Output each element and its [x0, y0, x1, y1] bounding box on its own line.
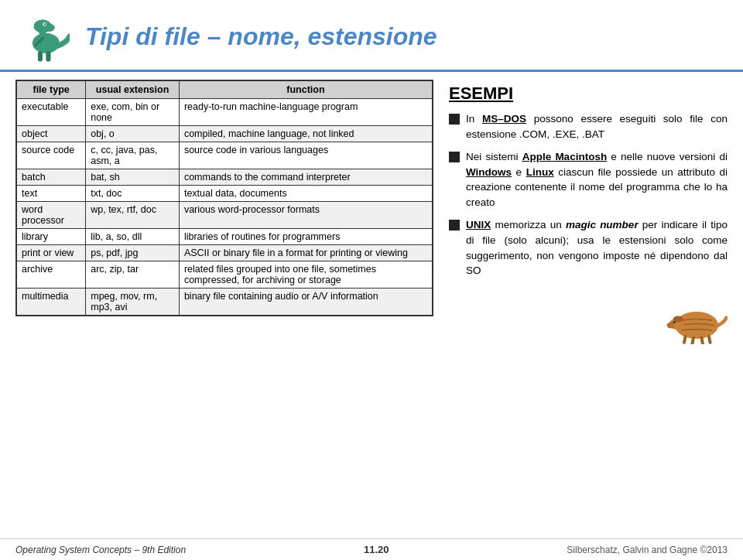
table-row: batchbat, shcommands to the command inte… — [16, 169, 433, 186]
bullet-text-msdos: In MS–DOS possono essere eseguiti solo f… — [466, 111, 728, 142]
svg-line-17 — [709, 336, 710, 343]
esempi-title: ESEMPI — [449, 84, 728, 104]
table-row: objectobj, ocompiled, machine language, … — [16, 126, 433, 142]
term-msdos: MS–DOS — [482, 113, 526, 125]
bullet-text-unix: UNIX memorizza un magic number per indic… — [466, 217, 728, 278]
svg-line-15 — [692, 337, 693, 343]
bullet-icon-3 — [449, 220, 460, 230]
dino-left-icon — [15, 9, 70, 63]
col-header-extension: usual extension — [86, 80, 180, 99]
term-windows: Windows — [466, 166, 512, 178]
dino-right-icon — [666, 294, 728, 344]
svg-rect-7 — [46, 51, 50, 61]
table-row: print or viewps, pdf, jpgASCII or binary… — [16, 245, 433, 261]
footer-left: Operating System Concepts – 9th Edition — [15, 545, 186, 555]
bullet-msdos: In MS–DOS possono essere eseguiti solo f… — [449, 111, 728, 142]
footer-right: Silberschatz, Galvin and Gagne ©2013 — [567, 545, 728, 555]
term-linux: Linux — [526, 166, 554, 178]
table-row: multimediampeg, mov, rm, mp3, avibinary … — [16, 289, 433, 316]
page-title: Tipi di file – nome, estensione — [85, 22, 728, 51]
main-content: file type usual extension function execu… — [0, 72, 743, 543]
table-row: word processorwp, tex, rtf, docvarious w… — [16, 202, 433, 229]
svg-point-11 — [667, 322, 675, 328]
footer-center: 11.20 — [364, 544, 389, 555]
table-row: archivearc, zip, tarrelated files groupe… — [16, 261, 433, 289]
footer: Operating System Concepts – 9th Edition … — [0, 538, 743, 560]
svg-point-5 — [44, 23, 46, 25]
file-types-table: file type usual extension function execu… — [15, 80, 433, 316]
bullet-icon-2 — [449, 152, 460, 162]
bullet-text-apple: Nei sistemi Apple Macintosh e nelle nuov… — [466, 149, 728, 210]
bullet-apple: Nei sistemi Apple Macintosh e nelle nuov… — [449, 149, 728, 210]
term-apple: Apple Macintosh — [522, 151, 607, 162]
svg-point-13 — [673, 316, 683, 322]
examples-section: ESEMPI In MS–DOS possono essere eseguiti… — [449, 80, 728, 535]
svg-line-16 — [701, 337, 703, 343]
bullet-unix: UNIX memorizza un magic number per indic… — [449, 217, 728, 278]
table-row: source codec, cc, java, pas, asm, asourc… — [16, 142, 433, 169]
header: Tipi di file – nome, estensione — [0, 0, 743, 72]
col-header-function: function — [179, 80, 433, 99]
term-unix: UNIX — [466, 219, 491, 230]
svg-rect-6 — [38, 51, 43, 61]
table-row: texttxt, doctextual data, documents — [16, 186, 433, 202]
table-row: librarylib, a, so, dlllibraries of routi… — [16, 229, 433, 245]
table-row: executableexe, com, bin or noneready-to-… — [16, 99, 433, 126]
term-magic-number: magic number — [566, 219, 639, 230]
col-header-type: file type — [16, 80, 86, 99]
bullet-icon-1 — [449, 114, 460, 125]
table-section: file type usual extension function execu… — [15, 80, 433, 535]
svg-line-14 — [684, 336, 686, 343]
